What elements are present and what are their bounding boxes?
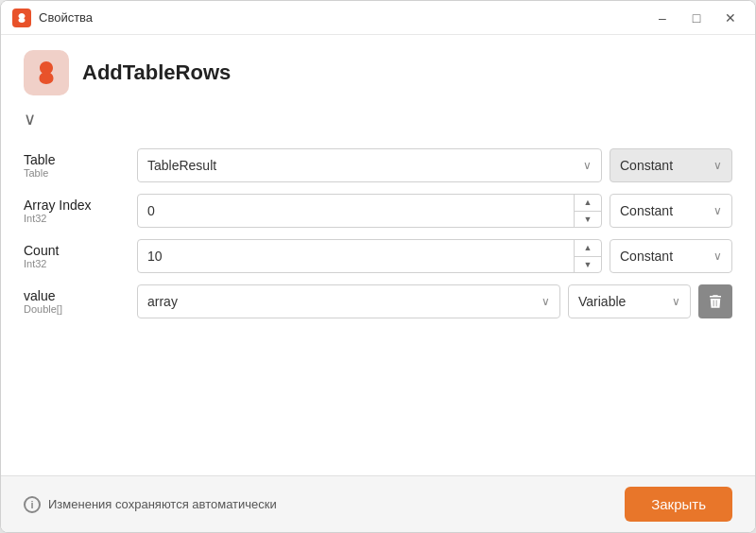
value-delete-button[interactable] bbox=[698, 284, 732, 318]
count-up-button[interactable]: ▲ bbox=[575, 240, 601, 257]
title-bar: Свойства – □ ✕ bbox=[1, 1, 755, 35]
window-controls: – □ ✕ bbox=[649, 7, 744, 29]
prop-controls-value: array ∨ Variable ∨ bbox=[137, 279, 732, 324]
prop-type-table: Table bbox=[24, 167, 137, 179]
count-value-field: 10 ▲ ▼ bbox=[137, 239, 602, 273]
footer-info: i Изменения сохраняются автоматически bbox=[24, 496, 625, 513]
prop-label-arrayindex: Array Index Int32 bbox=[24, 190, 137, 232]
footer: i Изменения сохраняются автоматически За… bbox=[1, 475, 755, 532]
prop-type-value: Double[] bbox=[24, 303, 137, 315]
info-icon: i bbox=[24, 496, 41, 513]
app-icon bbox=[24, 50, 69, 95]
content-area: AddTableRows ∨ Table Table TableResult ∨… bbox=[1, 35, 755, 475]
maximize-button[interactable]: □ bbox=[683, 7, 710, 29]
prop-controls-count: 10 ▲ ▼ Constant ∨ bbox=[137, 233, 732, 279]
table-value-dropdown[interactable]: TableResult ∨ bbox=[137, 148, 602, 182]
arrayindex-up-button[interactable]: ▲ bbox=[575, 195, 601, 212]
properties-grid: Table Table TableResult ∨ Constant ∨ Arr… bbox=[24, 143, 732, 324]
value-type-text: Variable bbox=[578, 294, 672, 309]
arrayindex-type-text: Constant bbox=[620, 203, 713, 218]
arrayindex-value-text: 0 bbox=[138, 203, 574, 218]
arrayindex-type-arrow: ∨ bbox=[713, 204, 722, 217]
count-type-text: Constant bbox=[620, 249, 713, 264]
minimize-button[interactable]: – bbox=[649, 7, 676, 29]
arrayindex-value-field: 0 ▲ ▼ bbox=[137, 194, 602, 228]
table-type-arrow: ∨ bbox=[713, 159, 722, 172]
table-value-text: TableResult bbox=[147, 158, 583, 173]
value-dropdown-arrow: ∨ bbox=[541, 295, 550, 308]
app-header: AddTableRows bbox=[24, 50, 732, 95]
table-dropdown-arrow: ∨ bbox=[583, 159, 592, 172]
value-type-dropdown[interactable]: Variable ∨ bbox=[568, 284, 691, 318]
prop-label-table: Table Table bbox=[24, 145, 137, 186]
table-type-text: Constant bbox=[620, 158, 713, 173]
main-window: Свойства – □ ✕ AddTableRows ∨ Table Tabl… bbox=[0, 0, 756, 533]
arrayindex-arrows: ▲ ▼ bbox=[574, 195, 601, 227]
value-value-dropdown[interactable]: array ∨ bbox=[137, 284, 560, 318]
count-type-dropdown[interactable]: Constant ∨ bbox=[610, 239, 732, 273]
app-logo bbox=[12, 9, 31, 27]
count-type-arrow: ∨ bbox=[713, 249, 722, 263]
count-value-text: 10 bbox=[138, 249, 574, 264]
count-arrows: ▲ ▼ bbox=[574, 240, 601, 272]
prop-type-count: Int32 bbox=[24, 258, 137, 269]
window-title: Свойства bbox=[39, 10, 649, 25]
prop-name-table: Table bbox=[24, 152, 137, 167]
value-type-arrow: ∨ bbox=[672, 295, 680, 308]
prop-type-arrayindex: Int32 bbox=[24, 213, 137, 224]
collapse-chevron[interactable]: ∨ bbox=[24, 111, 732, 128]
prop-name-count: Count bbox=[24, 243, 137, 258]
footer-info-text: Изменения сохраняются автоматически bbox=[48, 497, 277, 511]
app-title: AddTableRows bbox=[82, 60, 231, 85]
prop-controls-table: TableResult ∨ Constant ∨ bbox=[137, 143, 732, 188]
prop-name-arrayindex: Array Index bbox=[24, 198, 137, 213]
table-type-dropdown[interactable]: Constant ∨ bbox=[610, 148, 732, 182]
arrayindex-down-button[interactable]: ▼ bbox=[575, 212, 601, 228]
close-window-button[interactable]: ✕ bbox=[717, 7, 744, 29]
count-down-button[interactable]: ▼ bbox=[575, 257, 601, 273]
prop-controls-arrayindex: 0 ▲ ▼ Constant ∨ bbox=[137, 188, 732, 233]
prop-label-count: Count Int32 bbox=[24, 235, 137, 277]
prop-name-value: value bbox=[24, 288, 137, 303]
arrayindex-type-dropdown[interactable]: Constant ∨ bbox=[610, 194, 732, 228]
prop-label-value: value Double[] bbox=[24, 281, 137, 322]
close-button[interactable]: Закрыть bbox=[625, 487, 732, 522]
value-value-text: array bbox=[147, 294, 541, 309]
